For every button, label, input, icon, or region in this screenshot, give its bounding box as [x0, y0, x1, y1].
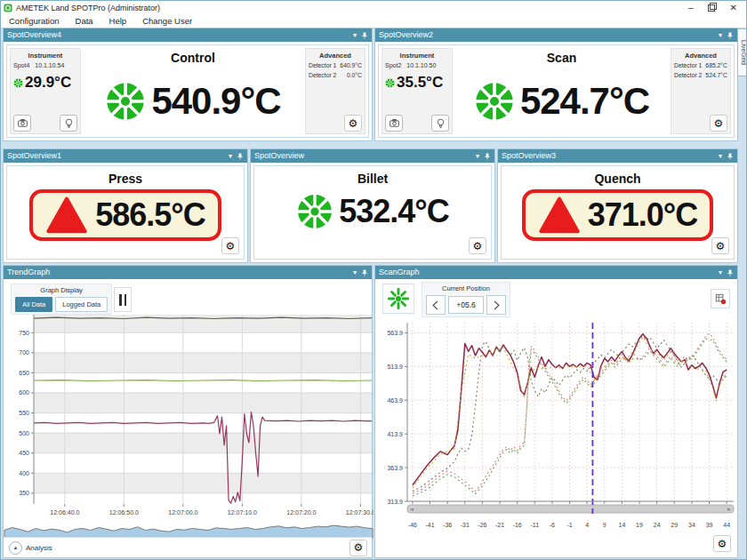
tab-livegrid[interactable]: LiveGrid: [737, 28, 747, 76]
panel-header-spotoverview[interactable]: SpotOverview ▾: [251, 149, 494, 163]
panel-header-trendgraph[interactable]: TrendGraph ▾: [4, 266, 372, 279]
svg-text:413.9: 413.9: [387, 431, 403, 437]
svg-text:9: 9: [603, 522, 606, 528]
instrument-temp: 29.9°C: [25, 74, 71, 92]
panel-header-spotoverview4[interactable]: SpotOverview4 ▾: [4, 28, 372, 42]
position-value-field[interactable]: +05.6: [448, 296, 484, 314]
chevron-down-icon[interactable]: ▾: [476, 149, 479, 163]
pause-button[interactable]: [114, 287, 132, 312]
scan-status-button[interactable]: [382, 284, 414, 314]
temperature-value: 586.5°C: [95, 196, 205, 234]
instrument-ip: 10.1.10.50: [406, 62, 436, 68]
temperature-value: 532.4°C: [339, 193, 448, 230]
settings-gear-button[interactable]: ⚙: [349, 540, 367, 556]
svg-text:44: 44: [723, 522, 730, 528]
analysis-expander-button[interactable]: ▴: [9, 541, 22, 555]
process-title: Control: [171, 51, 215, 65]
svg-text:550: 550: [19, 410, 29, 416]
minimize-button[interactable]: –: [688, 4, 694, 12]
settings-gear-button[interactable]: ⚙: [711, 237, 729, 254]
chevron-down-icon[interactable]: ▾: [719, 266, 722, 279]
camera-button[interactable]: [385, 115, 403, 132]
instrument-label: Instrument: [13, 52, 77, 60]
close-button[interactable]: ✕: [730, 4, 737, 12]
panel-header-spotoverview3[interactable]: SpotOverview3 ▾: [498, 149, 737, 163]
menu-data[interactable]: Data: [68, 16, 101, 26]
status-flower-icon: [296, 193, 333, 230]
chevron-down-icon[interactable]: ▾: [719, 149, 722, 163]
chevron-left-icon: [433, 300, 442, 309]
advanced-label: Advanced: [674, 52, 727, 60]
svg-text:-6: -6: [550, 522, 555, 528]
advanced-box: Advanced Detector 1685.2°C Detector 2524…: [671, 48, 731, 134]
chevron-down-icon[interactable]: ▾: [353, 28, 357, 42]
pin-icon[interactable]: [727, 269, 734, 276]
panel-trendgraph: TrendGraph ▾ Graph Display All Data Logg…: [3, 265, 373, 558]
chevron-down-icon[interactable]: ▾: [719, 28, 722, 42]
alarm-triangle-icon: [45, 196, 88, 234]
record-grid-icon: [714, 292, 727, 305]
bulb-icon: [435, 117, 446, 129]
panel-header-spotoverview2[interactable]: SpotOverview2 ▾: [375, 28, 737, 42]
laser-bulb-button[interactable]: [60, 115, 77, 132]
svg-text:563.9: 563.9: [387, 330, 403, 336]
advanced-box: Advanced Detector 1640.9°C Detector 20.0…: [305, 48, 365, 134]
svg-text:12:07:30.0: 12:07:30.0: [346, 509, 374, 516]
analysis-label: Analysis: [26, 544, 52, 552]
gear-icon: ⚙: [226, 240, 236, 252]
menu-configuration[interactable]: Configuration: [1, 16, 68, 26]
detector1-label: Detector 1: [674, 62, 702, 68]
svg-text:-36: -36: [443, 522, 452, 528]
svg-text:34: 34: [688, 522, 695, 528]
settings-gear-button[interactable]: ⚙: [221, 237, 239, 254]
detector1-value: 685.2°C: [705, 62, 727, 68]
panel-scangraph: ScanGraph ▾ Current Position +05.6 313.9…: [374, 265, 738, 558]
svg-text:39: 39: [706, 522, 713, 528]
menu-help[interactable]: Help: [101, 16, 135, 26]
instrument-temp: 35.5°C: [397, 74, 443, 92]
scan-chart[interactable]: 313.9363.9413.9463.9513.9563.9-46-41-36-…: [375, 317, 739, 537]
svg-text:-41: -41: [425, 522, 434, 528]
menu-change-user[interactable]: Change User: [134, 16, 200, 26]
trend-chart[interactable]: 35040045050055060065070075012:06:40.012:…: [4, 312, 374, 518]
starburst-icon: [387, 287, 410, 310]
svg-text:350: 350: [19, 490, 29, 496]
settings-gear-button[interactable]: ⚙: [344, 115, 362, 132]
camera-button[interactable]: [13, 115, 31, 132]
trend-overview-strip[interactable]: [4, 519, 374, 539]
laser-bulb-button[interactable]: [431, 115, 449, 132]
pin-icon[interactable]: [361, 269, 368, 276]
svg-text:-46: -46: [408, 522, 417, 528]
restore-button[interactable]: [708, 3, 716, 12]
svg-text:◄: ◄: [409, 507, 414, 512]
pin-icon[interactable]: [484, 153, 491, 160]
panel-title: SpotOverview1: [7, 149, 61, 163]
pin-icon[interactable]: [361, 32, 368, 39]
svg-text:12:06:50.0: 12:06:50.0: [109, 509, 139, 516]
detector1-value: 640.9°C: [340, 62, 362, 68]
position-next-button[interactable]: [486, 295, 506, 315]
panel-header-spotoverview1[interactable]: SpotOverview1 ▾: [4, 149, 247, 163]
pin-icon[interactable]: [727, 32, 734, 39]
svg-text:-26: -26: [478, 522, 486, 528]
svg-text:4: 4: [585, 522, 589, 528]
graph-display-group: Graph Display All Data Logged Data: [11, 284, 112, 315]
record-export-button[interactable]: [711, 289, 730, 308]
settings-gear-button[interactable]: ⚙: [469, 237, 486, 254]
logged-data-button[interactable]: Logged Data: [55, 297, 108, 312]
pin-icon[interactable]: [237, 153, 244, 160]
chevron-down-icon[interactable]: ▾: [229, 149, 232, 163]
all-data-button[interactable]: All Data: [15, 297, 52, 312]
settings-gear-button[interactable]: ⚙: [713, 535, 731, 552]
panel-title: SpotOverview3: [502, 149, 556, 163]
chevron-right-icon: [491, 300, 500, 309]
position-prev-button[interactable]: [426, 295, 446, 315]
chevron-down-icon[interactable]: ▾: [353, 266, 357, 279]
window-title: AMETEK Land SPOTPro (Administrator): [16, 4, 160, 12]
panel-header-scangraph[interactable]: ScanGraph ▾: [375, 266, 737, 279]
instrument-label: Instrument: [385, 52, 449, 60]
settings-gear-button[interactable]: ⚙: [710, 115, 727, 132]
pin-icon[interactable]: [727, 153, 734, 160]
bulb-icon: [63, 117, 75, 129]
svg-text:-11: -11: [530, 522, 539, 528]
